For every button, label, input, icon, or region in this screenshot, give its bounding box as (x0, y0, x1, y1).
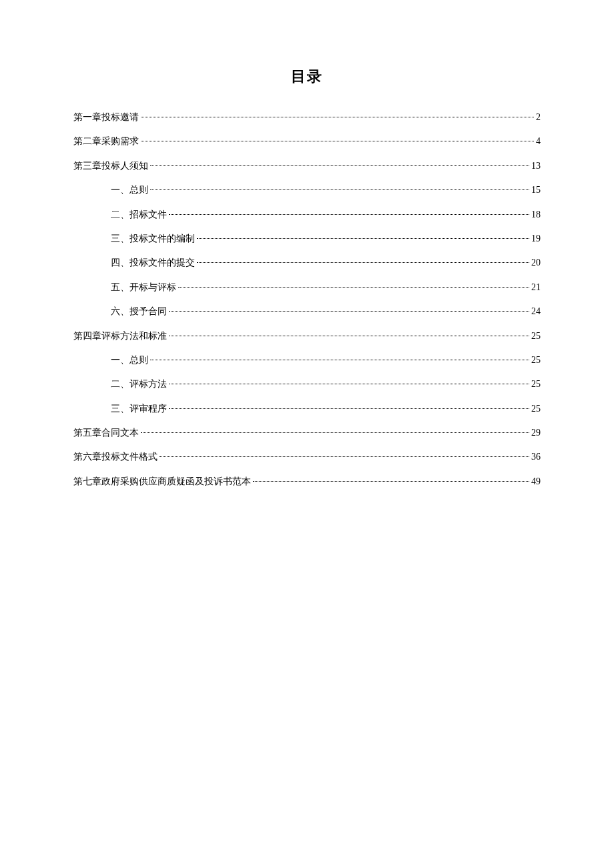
toc-entry-label: 第四章评标方法和标准 (73, 324, 167, 348)
toc-entry: 二、评标方法25 (73, 372, 541, 396)
toc-entry-page: 36 (531, 445, 541, 469)
toc-entry-label: 五、开标与评标 (111, 276, 176, 300)
toc-entry-label: 一、总则 (111, 178, 148, 202)
toc-entry-label: 第七章政府采购供应商质疑函及投诉书范本 (73, 470, 251, 494)
toc-entry-page: 20 (531, 251, 541, 275)
toc-entry: 第七章政府采购供应商质疑函及投诉书范本49 (73, 470, 541, 494)
toc-entry-label: 二、评标方法 (111, 372, 167, 396)
toc-entry-label: 第五章合同文本 (73, 421, 139, 445)
toc-entry: 三、评审程序25 (73, 397, 541, 421)
toc-entry-label: 第一章投标邀请 (73, 105, 139, 129)
toc-entry-page: 21 (531, 276, 541, 300)
toc-entry-label: 第三章投标人须知 (73, 154, 148, 178)
toc-dot-leader (169, 408, 529, 409)
toc-entry-label: 一、总则 (111, 348, 148, 372)
toc-entry: 三、投标文件的编制19 (73, 227, 541, 251)
toc-list: 第一章投标邀请2第二章采购需求4第三章投标人须知13一、总则15二、招标文件18… (73, 105, 541, 494)
toc-entry: 六、授予合同24 (73, 300, 541, 324)
toc-entry-page: 19 (531, 227, 541, 251)
toc-entry-page: 25 (531, 348, 541, 372)
toc-entry: 二、招标文件18 (73, 203, 541, 227)
toc-dot-leader (150, 189, 529, 190)
toc-entry: 一、总则15 (73, 178, 541, 202)
toc-dot-leader (253, 481, 529, 482)
toc-entry-page: 25 (531, 397, 541, 421)
toc-entry-page: 18 (531, 203, 541, 227)
toc-entry-page: 24 (531, 300, 541, 324)
toc-dot-leader (197, 262, 529, 263)
toc-entry-label: 第六章投标文件格式 (73, 445, 158, 469)
toc-title: 目录 (73, 67, 541, 87)
toc-entry: 一、总则25 (73, 348, 541, 372)
toc-entry-label: 六、授予合同 (111, 300, 167, 324)
toc-dot-leader (160, 456, 529, 457)
toc-entry: 第五章合同文本29 (73, 421, 541, 445)
toc-entry-page: 25 (531, 372, 541, 396)
toc-dot-leader (141, 117, 534, 117)
toc-entry-page: 29 (531, 421, 541, 445)
toc-entry: 四、投标文件的提交20 (73, 251, 541, 275)
toc-entry-label: 三、评审程序 (111, 397, 167, 421)
toc-entry-page: 13 (531, 154, 541, 178)
toc-entry: 第六章投标文件格式36 (73, 445, 541, 469)
toc-dot-leader (169, 384, 529, 384)
toc-entry-label: 三、投标文件的编制 (111, 227, 195, 251)
toc-entry: 第三章投标人须知13 (73, 154, 541, 178)
toc-entry-label: 二、招标文件 (111, 203, 167, 227)
toc-dot-leader (150, 165, 529, 166)
toc-dot-leader (141, 141, 534, 141)
toc-dot-leader (178, 287, 529, 288)
toc-entry: 第四章评标方法和标准25 (73, 324, 541, 348)
toc-entry: 第二章采购需求4 (73, 129, 541, 153)
toc-dot-leader (150, 360, 529, 360)
toc-entry-page: 2 (536, 105, 541, 129)
toc-entry-page: 15 (531, 178, 541, 202)
toc-entry: 五、开标与评标21 (73, 276, 541, 300)
toc-dot-leader (169, 311, 529, 312)
toc-dot-leader (169, 214, 529, 215)
toc-entry-label: 四、投标文件的提交 (111, 251, 195, 275)
toc-entry-page: 4 (536, 129, 541, 153)
toc-entry-page: 49 (531, 470, 541, 494)
toc-dot-leader (197, 238, 529, 239)
toc-entry-page: 25 (531, 324, 541, 348)
toc-entry: 第一章投标邀请2 (73, 105, 541, 129)
toc-entry-label: 第二章采购需求 (73, 129, 139, 153)
toc-dot-leader (169, 336, 529, 336)
toc-dot-leader (141, 432, 529, 433)
